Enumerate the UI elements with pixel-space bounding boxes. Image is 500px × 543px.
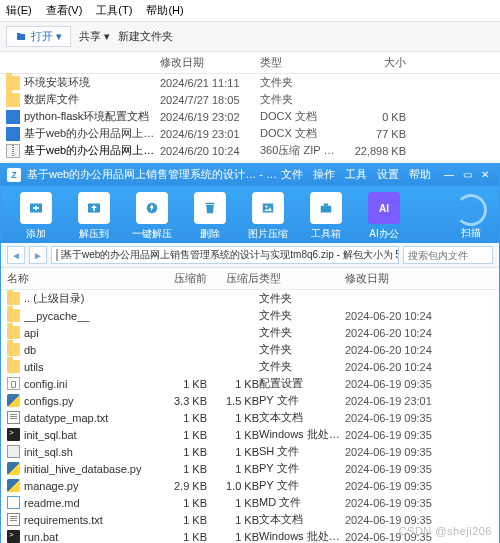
zcol-name[interactable]: 名称 — [7, 271, 155, 286]
search-input[interactable] — [403, 246, 493, 264]
menu-tools[interactable]: 工具(T) — [96, 3, 132, 18]
svg-rect-1 — [263, 204, 274, 213]
tool-scan[interactable]: 扫描 — [451, 192, 491, 241]
zip-row[interactable]: manage.py 2.9 KB 1.0 KB PY 文件 2024-06-19… — [1, 477, 499, 494]
file-name: datatype_map.txt — [24, 412, 155, 424]
explorer-row[interactable]: 基于web的办公用品网上销售管理系统的设计与实现tm8q6 2024/6/20 … — [0, 142, 500, 159]
col-date[interactable]: 修改日期 — [160, 55, 260, 70]
zcol-after[interactable]: 压缩后 — [207, 271, 259, 286]
zip-row[interactable]: configs.py 3.3 KB 1.5 KB PY 文件 2024-06-1… — [1, 392, 499, 409]
col-type[interactable]: 类型 — [260, 55, 340, 70]
zip-file-list: .. (上级目录) 文件夹 __pycache__ 文件夹 2024-06-20… — [1, 290, 499, 543]
file-date: 2024-06-19 09:35 — [345, 514, 493, 526]
explorer-row[interactable]: 数据库文件 2024/7/27 18:05 文件夹 — [0, 91, 500, 108]
menu-edit[interactable]: 辑(E) — [6, 3, 32, 18]
txt-icon — [7, 513, 20, 526]
size-after: 1 KB — [207, 463, 259, 475]
file-type: PY 文件 — [259, 478, 345, 493]
file-type: DOCX 文档 — [260, 126, 340, 141]
tool-oneclick[interactable]: 一键解压 — [125, 192, 179, 241]
size-after: 1 KB — [207, 429, 259, 441]
delete-icon — [201, 199, 219, 217]
zip-row[interactable]: requirements.txt 1 KB 1 KB 文本文档 2024-06-… — [1, 511, 499, 528]
nav-back[interactable]: ◄ — [7, 246, 25, 264]
size-after: 1.5 KB — [207, 395, 259, 407]
app-icon: Z — [7, 168, 21, 182]
zip-row[interactable]: __pycache__ 文件夹 2024-06-20 10:24 — [1, 307, 499, 324]
zip-row[interactable]: readme.md 1 KB 1 KB MD 文件 2024-06-19 09:… — [1, 494, 499, 511]
link-settings[interactable]: 设置 — [377, 167, 399, 182]
file-type: 文件夹 — [260, 75, 340, 90]
doc-icon — [6, 110, 20, 124]
file-name: python-flask环境配置文档 — [24, 109, 160, 124]
txt-icon — [7, 411, 20, 424]
tool-imgcompress[interactable]: 图片压缩 — [241, 192, 295, 241]
file-date: 2024-06-20 10:24 — [345, 344, 493, 356]
size-before: 1 KB — [155, 429, 207, 441]
link-ops[interactable]: 操作 — [313, 167, 335, 182]
size-before: 1 KB — [155, 463, 207, 475]
folder-icon — [6, 76, 20, 90]
file-name: 基于web的办公用品网上销售管理系统的设计与实现tm8q6 — [24, 143, 160, 158]
link-file[interactable]: 文件 — [281, 167, 303, 182]
menu-view[interactable]: 查看(V) — [46, 3, 83, 18]
zip-row[interactable]: run.bat 1 KB 1 KB Windows 批处理… 2024-06-1… — [1, 528, 499, 543]
zip-row[interactable]: db 文件夹 2024-06-20 10:24 — [1, 341, 499, 358]
bat-icon — [7, 530, 20, 543]
minimize-button[interactable]: — — [441, 168, 457, 182]
svg-rect-3 — [321, 206, 332, 213]
col-size[interactable]: 大小 — [340, 55, 406, 70]
open-icon — [15, 31, 27, 43]
share-button[interactable]: 共享 ▾ — [79, 29, 110, 44]
file-date: 2024-06-19 09:35 — [345, 463, 493, 475]
explorer-row[interactable]: python-flask环境配置文档 2024/6/19 23:02 DOCX … — [0, 108, 500, 125]
zcol-before[interactable]: 压缩前 — [155, 271, 207, 286]
tool-add[interactable]: 添加 — [9, 192, 63, 241]
size-after: 1 KB — [207, 412, 259, 424]
tool-ai[interactable]: AIAI办公 — [357, 192, 411, 241]
close-button[interactable]: ✕ — [477, 168, 493, 182]
explorer-row[interactable]: 环境安装环境 2024/6/21 11:11 文件夹 — [0, 74, 500, 91]
file-name: init_sql.bat — [24, 429, 155, 441]
link-tools[interactable]: 工具 — [345, 167, 367, 182]
menu-help[interactable]: 帮助(H) — [146, 3, 183, 18]
zip-row[interactable]: init_sql.bat 1 KB 1 KB Windows 批处理… 2024… — [1, 426, 499, 443]
tool-delete[interactable]: 删除 — [183, 192, 237, 241]
size-after: 1 KB — [207, 378, 259, 390]
add-icon — [27, 199, 45, 217]
size-after: 1 KB — [207, 497, 259, 509]
size-before: 2.9 KB — [155, 480, 207, 492]
maximize-button[interactable]: ▭ — [459, 168, 475, 182]
explorer-row[interactable]: 基于web的办公用品网上销售管理系统的设计与实现tm8q6 2024/6/19 … — [0, 125, 500, 142]
size-before: 1 KB — [155, 412, 207, 424]
zip-row[interactable]: api 文件夹 2024-06-20 10:24 — [1, 324, 499, 341]
file-name: 数据库文件 — [24, 92, 160, 107]
folder-icon — [7, 343, 20, 356]
zip-row[interactable]: init_sql.sh 1 KB 1 KB SH 文件 2024-06-19 0… — [1, 443, 499, 460]
zip-row[interactable]: .. (上级目录) 文件夹 — [1, 290, 499, 307]
zip-icon — [56, 249, 58, 261]
size-before: 1 KB — [155, 514, 207, 526]
file-name: initial_hive_database.py — [24, 463, 155, 475]
file-date: 2024-06-19 09:35 — [345, 446, 493, 458]
zip-row[interactable]: datatype_map.txt 1 KB 1 KB 文本文档 2024-06-… — [1, 409, 499, 426]
file-type: Windows 批处理… — [259, 529, 345, 543]
nav-fwd[interactable]: ► — [29, 246, 47, 264]
new-folder-button[interactable]: 新建文件夹 — [118, 29, 173, 44]
address-bar[interactable]: 基于web的办公用品网上销售管理系统的设计与实现tm8q6.zip - 解包大小… — [51, 246, 399, 264]
zcol-type[interactable]: 类型 — [259, 271, 345, 286]
folder-icon — [7, 292, 20, 305]
extract-icon — [85, 199, 103, 217]
zip-row[interactable]: initial_hive_database.py 1 KB 1 KB PY 文件… — [1, 460, 499, 477]
file-type: 文本文档 — [259, 512, 345, 527]
file-type: MD 文件 — [259, 495, 345, 510]
open-button[interactable]: 打开 ▾ — [6, 26, 71, 47]
tool-extract[interactable]: 解压到 — [67, 192, 121, 241]
link-help[interactable]: 帮助 — [409, 167, 431, 182]
zip-row[interactable]: config.ini 1 KB 1 KB 配置设置 2024-06-19 09:… — [1, 375, 499, 392]
file-size: 77 KB — [340, 128, 406, 140]
zip-row[interactable]: utils 文件夹 2024-06-20 10:24 — [1, 358, 499, 375]
zcol-date[interactable]: 修改日期 — [345, 271, 493, 286]
tool-toolbox[interactable]: 工具箱 — [299, 192, 353, 241]
file-type: Windows 批处理… — [259, 427, 345, 442]
